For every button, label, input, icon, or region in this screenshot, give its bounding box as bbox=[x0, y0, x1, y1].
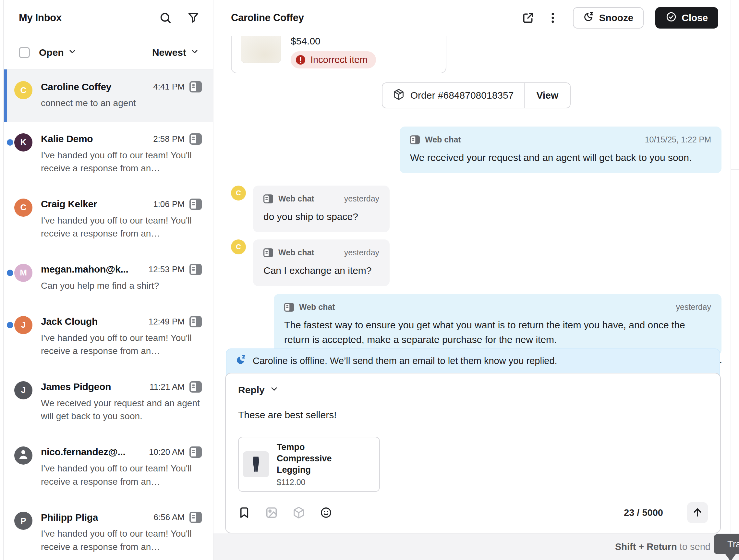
conversation-time: 10:20 AM bbox=[149, 447, 185, 457]
arrow-up-icon bbox=[692, 507, 703, 519]
conversation-time: 12:53 PM bbox=[149, 264, 185, 274]
conversation-name: Caroline Coffey bbox=[41, 82, 148, 93]
composer: Caroline is offline. We’ll send them an … bbox=[225, 348, 721, 533]
web-chat-channel-icon bbox=[263, 194, 273, 203]
message-outgoing: Web chat 10/15/25, 1:22 PM We received y… bbox=[400, 127, 722, 173]
web-chat-channel-icon bbox=[189, 81, 202, 93]
message-time: yesterday bbox=[344, 248, 379, 257]
send-button[interactable] bbox=[687, 502, 708, 523]
product-price: $112.00 bbox=[277, 477, 361, 487]
conversation-item-james-pidgeon[interactable]: J James Pidgeon 11:21 AM We received you… bbox=[4, 370, 213, 435]
sort-dropdown[interactable]: Newest bbox=[152, 47, 199, 58]
message-time: yesterday bbox=[676, 302, 711, 312]
conversation-name: Kalie Demo bbox=[41, 133, 148, 144]
shortcut-rest: to send bbox=[680, 542, 711, 552]
snooze-moon-icon bbox=[236, 355, 246, 368]
divider bbox=[731, 36, 739, 36]
web-chat-channel-icon bbox=[189, 316, 202, 327]
status-filter-value: Open bbox=[39, 47, 64, 58]
unread-indicator bbox=[7, 270, 13, 276]
list-toolbar: Open Newest bbox=[4, 36, 213, 69]
snooze-label: Snooze bbox=[599, 12, 633, 23]
conversation-header: Caroline Coffey Snooze Close bbox=[213, 0, 731, 36]
conversation-time: 4:41 PM bbox=[153, 82, 185, 92]
web-chat-channel-icon bbox=[263, 248, 273, 257]
attach-image-button[interactable] bbox=[265, 507, 278, 519]
avatar-initial: C bbox=[236, 189, 241, 197]
product-image bbox=[243, 451, 269, 477]
open-in-new-icon bbox=[522, 11, 535, 24]
message-text: We received your request and an agent wi… bbox=[410, 150, 711, 165]
conversation-preview: I've handed you off to our team! You'll … bbox=[41, 462, 202, 488]
conversation-item-philipp-pliga[interactable]: P Philipp Pliga 6:56 AM I've handed you … bbox=[4, 500, 213, 560]
insert-product-button[interactable] bbox=[293, 507, 305, 519]
conversation-preview: I've handed you off to our team! You'll … bbox=[41, 331, 202, 358]
message-thread[interactable]: $54.00 Incorrect item Order #68487080183… bbox=[213, 36, 731, 364]
search-button[interactable] bbox=[159, 11, 172, 24]
conversation-item-jack-clough[interactable]: J Jack Clough 12:49 PM I've handed you o… bbox=[4, 304, 213, 370]
snooze-button[interactable]: Snooze bbox=[573, 7, 644, 28]
conversation-name: nico.fernandez@... bbox=[41, 446, 144, 457]
avatar-initial: J bbox=[21, 320, 26, 330]
avatar: J bbox=[14, 316, 32, 334]
bookmark-icon bbox=[238, 507, 251, 519]
kebab-menu-icon bbox=[546, 11, 559, 24]
macros-button[interactable] bbox=[238, 507, 251, 519]
chevron-down-icon bbox=[270, 385, 279, 396]
badge-label: Incorrect item bbox=[310, 54, 367, 65]
reply-mode-label: Reply bbox=[238, 385, 265, 396]
avatar: C bbox=[14, 81, 32, 99]
open-in-new-button[interactable] bbox=[522, 11, 535, 24]
avatar-initial: C bbox=[236, 243, 241, 251]
status-filter-dropdown[interactable]: Open bbox=[39, 47, 77, 58]
conversation-time: 11:21 AM bbox=[150, 382, 185, 392]
message-time: 10/15/25, 1:22 PM bbox=[645, 135, 711, 144]
more-options-button[interactable] bbox=[546, 11, 559, 24]
emoji-icon bbox=[320, 507, 332, 519]
close-label: Close bbox=[682, 12, 708, 23]
avatar: J bbox=[14, 381, 32, 399]
conversation-item-megan-mahon[interactable]: M megan.mahon@k... 12:53 PM Can you help… bbox=[4, 252, 213, 304]
right-edge-rail bbox=[731, 0, 739, 560]
message-text: Can I exchange an item? bbox=[263, 263, 379, 278]
web-chat-channel-icon bbox=[189, 198, 202, 210]
order-link[interactable]: Order #6848708018357 bbox=[383, 83, 524, 108]
conversation-name: Craig Kelker bbox=[41, 198, 148, 209]
conversation-item-craig-kelker[interactable]: C Craig Kelker 1:06 PM I've handed you o… bbox=[4, 187, 213, 252]
message-row: C Web chat yesterday Can I exchange an i… bbox=[231, 240, 722, 286]
composer-footer: Shift + Return to send bbox=[213, 533, 731, 560]
conversation-preview: We received your request and an agent wi… bbox=[41, 397, 202, 423]
conversation-time: 2:58 PM bbox=[153, 134, 185, 144]
inbox-header: My Inbox bbox=[4, 0, 213, 36]
message-outgoing: Web chat yesterday The fastest way to en… bbox=[274, 294, 722, 355]
product-attachment[interactable]: Tempo Compressive Legging $112.00 bbox=[238, 437, 380, 492]
image-icon bbox=[265, 507, 278, 519]
offline-notice-text: Caroline is offline. We’ll send them an … bbox=[253, 356, 557, 366]
reply-mode-dropdown[interactable]: Reply bbox=[238, 385, 279, 396]
avatar-initial: C bbox=[20, 202, 27, 213]
conversation-name: James Pidgeon bbox=[41, 381, 145, 392]
message-incoming: Web chat yesterday do you ship to space? bbox=[253, 185, 390, 232]
filter-icon bbox=[187, 11, 200, 24]
emoji-button[interactable] bbox=[320, 507, 332, 519]
message-time: yesterday bbox=[344, 194, 379, 203]
message-input[interactable]: These are best sellers! bbox=[238, 409, 708, 420]
message-row: C Web chat yesterday do you ship to spac… bbox=[231, 185, 722, 232]
divider bbox=[731, 169, 739, 170]
close-button[interactable]: Close bbox=[655, 7, 718, 28]
conversation-item-kalie-demo[interactable]: K Kalie Demo 2:58 PM I've handed you off… bbox=[4, 122, 213, 187]
select-all-checkbox[interactable] bbox=[19, 47, 30, 58]
snooze-moon-icon bbox=[583, 11, 594, 25]
alert-circle-icon bbox=[295, 54, 306, 65]
conversation-item-nico-fernandez[interactable]: nico.fernandez@... 10:20 AM I've handed … bbox=[4, 435, 213, 500]
conversation-panel: Caroline Coffey Snooze Close bbox=[213, 0, 731, 560]
conversation-item-caroline-coffey[interactable]: C Caroline Coffey 4:41 PM connect me to … bbox=[4, 69, 213, 122]
conversation-preview: connect me to an agent bbox=[41, 97, 202, 110]
conversation-time: 12:49 PM bbox=[149, 317, 185, 327]
order-view-button[interactable]: View bbox=[525, 83, 570, 108]
filter-button[interactable] bbox=[187, 11, 200, 24]
person-icon bbox=[17, 447, 30, 463]
reply-composer: Reply These are best sellers! Tempo Comp… bbox=[225, 373, 721, 533]
shortcut-keys: Shift + Return bbox=[615, 542, 677, 552]
inbox-panel: My Inbox Open Newest bbox=[4, 0, 213, 560]
